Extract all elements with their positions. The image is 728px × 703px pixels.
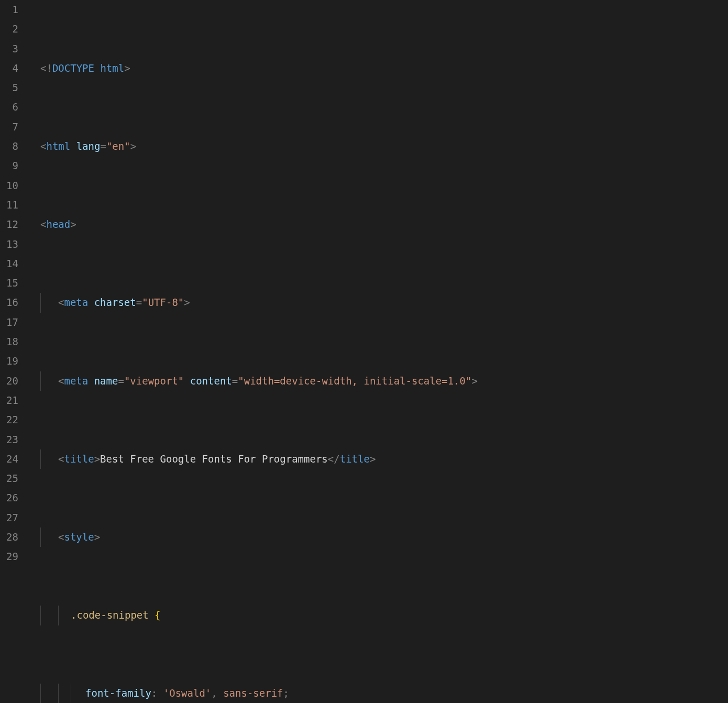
doctype-keyword: DOCTYPE xyxy=(52,62,94,74)
code-line[interactable]: <!DOCTYPE html> xyxy=(29,59,728,78)
doctype-value: html xyxy=(100,62,124,74)
punctuation: < xyxy=(58,296,64,308)
line-number: 28 xyxy=(0,528,18,547)
punctuation: = xyxy=(136,296,142,308)
code-line[interactable]: .code-snippet { xyxy=(29,606,728,625)
css-value: sans-serif xyxy=(223,687,283,699)
punctuation: < xyxy=(58,453,64,465)
line-number: 26 xyxy=(0,488,18,508)
css-selector: .code-snippet xyxy=(71,609,149,621)
punctuation: < xyxy=(58,375,64,387)
punctuation: = xyxy=(232,375,238,387)
punctuation: = xyxy=(118,375,124,387)
line-number: 5 xyxy=(0,78,18,97)
punctuation: : xyxy=(151,687,157,699)
punctuation: < xyxy=(40,218,46,230)
code-line[interactable]: <meta charset="UTF-8"> xyxy=(29,293,728,312)
brace: { xyxy=(155,609,160,621)
attribute-value: "viewport" xyxy=(124,375,184,387)
attribute-name: charset xyxy=(94,296,136,308)
line-number: 21 xyxy=(0,391,18,410)
punctuation: ; xyxy=(283,687,289,699)
punctuation: <! xyxy=(40,62,52,74)
line-number: 9 xyxy=(0,156,18,175)
punctuation: </ xyxy=(328,453,340,465)
line-number: 1 xyxy=(0,0,18,19)
line-number: 22 xyxy=(0,410,18,430)
punctuation: > xyxy=(94,531,100,543)
css-value: 'Oswald' xyxy=(163,687,212,699)
punctuation: > xyxy=(184,296,190,308)
tag-name: html xyxy=(46,140,70,152)
tag-name: style xyxy=(64,531,94,543)
line-number: 7 xyxy=(0,117,18,137)
line-number: 19 xyxy=(0,352,18,371)
code-line[interactable]: <head> xyxy=(29,215,728,234)
css-property: font-family xyxy=(85,687,151,699)
attribute-name: content xyxy=(190,375,232,387)
code-editor-content[interactable]: <!DOCTYPE html> <html lang="en"> <head> … xyxy=(29,0,728,703)
attribute-value: "width=device-width, initial-scale=1.0" xyxy=(238,375,471,387)
line-number: 10 xyxy=(0,176,18,195)
tag-name: meta xyxy=(64,296,88,308)
attribute-value: "en" xyxy=(106,140,130,152)
punctuation: , xyxy=(211,687,217,699)
punctuation: > xyxy=(124,62,130,74)
code-line[interactable]: <html lang="en"> xyxy=(29,137,728,156)
punctuation: > xyxy=(130,140,136,152)
attribute-value: "UTF-8" xyxy=(142,296,184,308)
punctuation: = xyxy=(100,140,106,152)
punctuation: > xyxy=(370,453,376,465)
tag-name: meta xyxy=(64,375,88,387)
code-line[interactable]: font-family: 'Oswald', sans-serif; xyxy=(29,684,728,703)
line-number: 2 xyxy=(0,19,18,39)
line-number: 27 xyxy=(0,508,18,528)
line-number: 20 xyxy=(0,371,18,391)
attribute-name: name xyxy=(94,375,118,387)
punctuation: < xyxy=(58,531,64,543)
line-number-gutter: 1 2 3 4 5 6 7 8 9 10 11 12 13 14 15 16 1… xyxy=(0,0,29,703)
line-number: 6 xyxy=(0,97,18,117)
line-number: 4 xyxy=(0,59,18,78)
code-line[interactable]: <title>Best Free Google Fonts For Progra… xyxy=(29,449,728,469)
text-content: Best Free Google Fonts For Programmers xyxy=(100,453,328,465)
tag-name: title xyxy=(340,453,370,465)
line-number: 15 xyxy=(0,273,18,293)
line-number: 23 xyxy=(0,430,18,449)
line-number: 13 xyxy=(0,235,18,254)
line-number: 29 xyxy=(0,547,18,566)
tag-name: head xyxy=(46,218,70,230)
line-number: 11 xyxy=(0,195,18,215)
punctuation: < xyxy=(40,140,46,152)
line-number: 8 xyxy=(0,137,18,156)
line-number: 16 xyxy=(0,293,18,312)
line-number: 3 xyxy=(0,39,18,59)
code-line[interactable]: <style> xyxy=(29,528,728,547)
line-number: 14 xyxy=(0,254,18,273)
tag-name: title xyxy=(64,453,94,465)
code-line[interactable]: <meta name="viewport" content="width=dev… xyxy=(29,371,728,391)
line-number: 18 xyxy=(0,332,18,352)
punctuation: > xyxy=(94,453,100,465)
line-number: 24 xyxy=(0,449,18,469)
line-number: 25 xyxy=(0,469,18,488)
attribute-name: lang xyxy=(76,140,101,152)
punctuation: > xyxy=(471,375,477,387)
punctuation: > xyxy=(70,218,76,230)
line-number: 17 xyxy=(0,313,18,332)
line-number: 12 xyxy=(0,215,18,234)
